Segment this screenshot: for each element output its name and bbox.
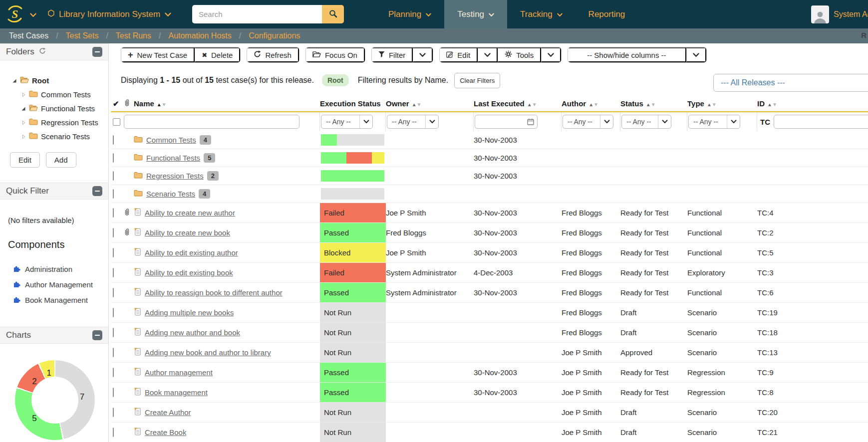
folder-link[interactable]: Functional Tests xyxy=(146,154,200,162)
folder-edit-button[interactable]: Edit xyxy=(10,152,40,168)
author-filter-select[interactable]: -- Any -- xyxy=(563,115,613,129)
folder-tree-item-scenario-tests[interactable]: Scenario Tests xyxy=(0,129,108,143)
nav-tab-reporting[interactable]: Reporting xyxy=(576,0,638,28)
folders-refresh-icon[interactable] xyxy=(39,47,46,57)
row-checkbox[interactable] xyxy=(113,348,114,357)
folder-tree-item-root[interactable]: Root xyxy=(0,73,108,87)
release-filter-select[interactable]: --- All Releases --- xyxy=(713,74,868,92)
folder-tree-item-functional-tests[interactable]: Functional Tests xyxy=(0,101,108,115)
breadcrumb-item-automation-hosts[interactable]: Automation Hosts xyxy=(168,31,231,40)
filter-dropdown-chevron[interactable] xyxy=(413,47,433,62)
column-header-author[interactable]: Author ▲▼ xyxy=(562,99,620,108)
row-checkbox[interactable] xyxy=(113,268,114,277)
column-header-id[interactable]: ID ▲▼ xyxy=(757,99,868,108)
row-checkbox[interactable] xyxy=(113,368,114,377)
edit-dropdown-chevron[interactable] xyxy=(478,47,498,62)
folder-tree-item-common-tests[interactable]: Common Tests xyxy=(0,87,108,101)
id-filter-input[interactable] xyxy=(774,115,868,129)
test-case-link[interactable]: Create Book xyxy=(145,428,186,437)
test-case-link[interactable]: Book management xyxy=(145,388,208,397)
breadcrumb-item-test-cases[interactable]: Test Cases xyxy=(9,31,48,40)
column-header-status[interactable]: Status ▲▼ xyxy=(620,99,687,108)
row-checkbox[interactable] xyxy=(113,248,114,257)
row-checkbox[interactable] xyxy=(113,153,114,163)
column-header-owner[interactable]: Owner ▲▼ xyxy=(386,99,474,108)
filter-row-checkbox[interactable] xyxy=(113,118,120,126)
test-case-link[interactable]: Ability to create new author xyxy=(145,209,235,217)
owner-filter-select[interactable]: -- Any -- xyxy=(387,115,439,129)
show-hide-columns-chevron[interactable] xyxy=(686,47,706,62)
test-case-link[interactable]: Create Author xyxy=(145,408,191,417)
folder-link[interactable]: Common Tests xyxy=(146,136,196,144)
row-checkbox[interactable] xyxy=(113,428,114,437)
test-case-link[interactable]: Adding new author and book xyxy=(145,328,240,337)
tools-button[interactable]: Tools xyxy=(498,47,541,62)
row-checkbox[interactable] xyxy=(113,189,114,199)
row-checkbox[interactable] xyxy=(113,208,114,218)
status-filter-select[interactable]: -- Any -- xyxy=(621,115,671,129)
name-filter-input[interactable] xyxy=(124,115,299,129)
folder-tree-item-regression-tests[interactable]: Regression Tests xyxy=(0,115,108,129)
workspace-chevron-down-icon[interactable] xyxy=(30,10,36,19)
column-header-last-executed[interactable]: Last Executed ▲▼ xyxy=(474,99,562,108)
test-case-link[interactable]: Adding multiple new books xyxy=(145,308,234,317)
calendar-icon[interactable] xyxy=(527,118,534,127)
tree-toggle-expanded-icon[interactable] xyxy=(21,104,26,113)
nav-tab-planning[interactable]: Planning xyxy=(375,0,444,28)
user-menu[interactable]: System Administrator xyxy=(811,0,868,28)
clear-filters-button[interactable]: Clear Filters xyxy=(454,73,500,88)
nav-tab-testing[interactable]: Testing xyxy=(444,0,507,28)
focus-on-button[interactable]: Focus On xyxy=(306,47,365,62)
folders-collapse-button[interactable] xyxy=(92,47,102,57)
tree-toggle-expanded-icon[interactable] xyxy=(12,76,17,85)
column-header-type[interactable]: Type ▲▼ xyxy=(687,99,757,108)
breadcrumb-item-test-runs[interactable]: Test Runs xyxy=(116,31,151,40)
new-test-case-button[interactable]: + New Test Case xyxy=(121,47,195,62)
row-checkbox[interactable] xyxy=(113,408,114,417)
root-folder-badge[interactable]: Root xyxy=(322,74,349,86)
component-item-author-management[interactable]: Author Management xyxy=(0,277,108,292)
edit-button[interactable]: Edit xyxy=(440,47,478,62)
breadcrumb-item-test-sets[interactable]: Test Sets xyxy=(66,31,99,40)
row-checkbox[interactable] xyxy=(113,228,114,237)
row-checkbox[interactable] xyxy=(113,288,114,297)
row-checkbox[interactable] xyxy=(113,135,114,145)
select-all-check-icon[interactable]: ✔ xyxy=(113,99,119,108)
filter-button[interactable]: Filter xyxy=(372,47,413,62)
component-item-book-management[interactable]: Book Management xyxy=(0,292,108,308)
folder-link[interactable]: Scenario Tests xyxy=(146,190,195,198)
type-cell: Scenario xyxy=(687,408,757,417)
folder-link[interactable]: Regression Tests xyxy=(146,172,204,180)
execution-status-filter-select[interactable]: -- Any -- xyxy=(321,115,373,129)
tree-toggle-collapsed-icon[interactable] xyxy=(21,90,26,99)
search-button[interactable] xyxy=(322,5,344,23)
nav-tab-tracking[interactable]: Tracking xyxy=(507,0,576,28)
delete-button[interactable]: ✖ Delete xyxy=(195,47,240,62)
charts-collapse-button[interactable] xyxy=(92,330,102,340)
app-logo[interactable]: S xyxy=(5,4,25,26)
refresh-button[interactable]: Refresh xyxy=(247,47,299,62)
quick-filter-collapse-button[interactable] xyxy=(92,186,102,196)
tree-toggle-collapsed-icon[interactable] xyxy=(21,132,26,141)
test-case-link[interactable]: Author management xyxy=(145,368,213,377)
folder-add-button[interactable]: Add xyxy=(46,152,76,168)
type-filter-select[interactable]: -- Any -- xyxy=(688,115,740,129)
row-checkbox[interactable] xyxy=(113,328,114,337)
row-checkbox[interactable] xyxy=(113,171,114,181)
test-case-link[interactable]: Ability to edit existing book xyxy=(145,268,233,277)
project-selector[interactable]: Library Information System xyxy=(48,0,171,28)
component-item-administration[interactable]: Administration xyxy=(0,261,108,277)
test-case-link[interactable]: Adding new book and author to library xyxy=(145,348,271,357)
show-hide-columns-select[interactable]: -- Show/hide columns -- xyxy=(568,47,686,62)
donut-segment-label: 1 xyxy=(47,368,51,378)
row-checkbox[interactable] xyxy=(113,388,114,397)
column-header-name[interactable]: Name ▲▼ xyxy=(134,99,320,108)
breadcrumb-item-configurations[interactable]: Configurations xyxy=(249,31,300,40)
test-case-link[interactable]: Ability to create new book xyxy=(145,228,230,237)
row-checkbox[interactable] xyxy=(113,308,114,317)
tools-dropdown-chevron[interactable] xyxy=(541,47,561,62)
test-case-link[interactable]: Ability to reassign book to different au… xyxy=(145,288,283,297)
test-case-link[interactable]: Ability to edit existing author xyxy=(145,248,238,257)
tree-toggle-collapsed-icon[interactable] xyxy=(21,118,26,127)
search-input[interactable] xyxy=(192,5,322,23)
